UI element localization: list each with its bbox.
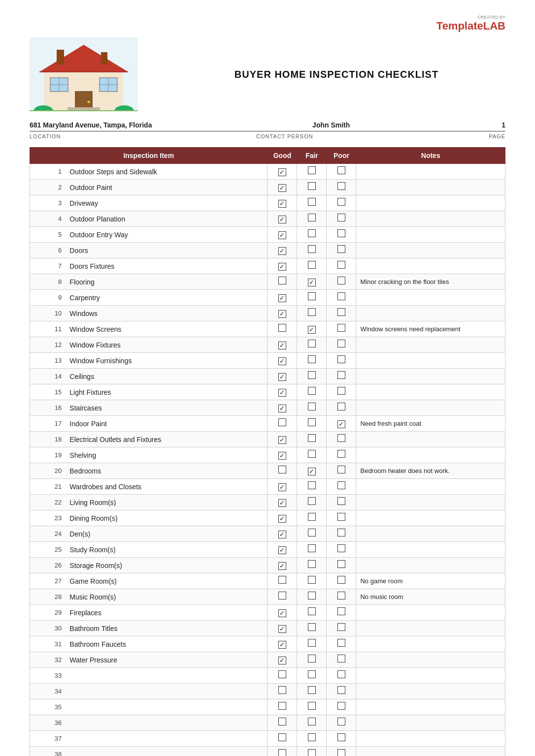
checkbox-good[interactable]: [268, 274, 297, 290]
checkbox-poor[interactable]: [327, 384, 356, 400]
checkbox-good[interactable]: [268, 321, 297, 337]
checkbox-good[interactable]: ✓: [268, 258, 297, 274]
checkbox-poor[interactable]: ✓: [327, 416, 356, 432]
checkbox-good[interactable]: ✓: [268, 353, 297, 369]
checkbox-fair[interactable]: [297, 747, 327, 756]
checkbox-fair[interactable]: [297, 400, 327, 416]
checkbox-poor[interactable]: [327, 290, 356, 306]
checkbox-poor[interactable]: [327, 731, 356, 747]
checkbox-poor[interactable]: [327, 684, 356, 699]
checkbox-fair[interactable]: [297, 195, 327, 211]
checkbox-poor[interactable]: [327, 227, 356, 243]
checkbox-good[interactable]: [268, 416, 297, 432]
checkbox-fair[interactable]: [297, 479, 327, 495]
checkbox-poor[interactable]: [327, 211, 356, 227]
checkbox-fair[interactable]: [297, 337, 327, 353]
checkbox-poor[interactable]: [327, 180, 356, 195]
checkbox-good[interactable]: [268, 715, 297, 731]
checkbox-fair[interactable]: [297, 384, 327, 400]
checkbox-poor[interactable]: [327, 321, 356, 337]
checkbox-poor[interactable]: [327, 274, 356, 290]
checkbox-fair[interactable]: [297, 290, 327, 306]
checkbox-poor[interactable]: [327, 258, 356, 274]
checkbox-poor[interactable]: [327, 747, 356, 756]
checkbox-fair[interactable]: [297, 715, 327, 731]
checkbox-poor[interactable]: [327, 542, 356, 558]
checkbox-poor[interactable]: [327, 195, 356, 211]
checkbox-good[interactable]: [268, 668, 297, 684]
checkbox-good[interactable]: ✓: [268, 195, 297, 211]
checkbox-fair[interactable]: [297, 369, 327, 384]
checkbox-fair[interactable]: [297, 211, 327, 227]
checkbox-fair[interactable]: [297, 526, 327, 542]
checkbox-fair[interactable]: [297, 258, 327, 274]
checkbox-fair[interactable]: [297, 542, 327, 558]
checkbox-poor[interactable]: [327, 652, 356, 668]
checkbox-fair[interactable]: [297, 652, 327, 668]
checkbox-fair[interactable]: [297, 227, 327, 243]
checkbox-good[interactable]: [268, 463, 297, 479]
checkbox-poor[interactable]: [327, 369, 356, 384]
checkbox-fair[interactable]: [297, 416, 327, 432]
checkbox-poor[interactable]: [327, 164, 356, 180]
checkbox-poor[interactable]: [327, 558, 356, 573]
checkbox-good[interactable]: ✓: [268, 636, 297, 652]
checkbox-poor[interactable]: [327, 447, 356, 463]
checkbox-good[interactable]: [268, 684, 297, 699]
checkbox-poor[interactable]: [327, 337, 356, 353]
checkbox-good[interactable]: ✓: [268, 479, 297, 495]
checkbox-poor[interactable]: [327, 573, 356, 589]
checkbox-fair[interactable]: [297, 243, 327, 258]
checkbox-poor[interactable]: [327, 400, 356, 416]
checkbox-good[interactable]: ✓: [268, 306, 297, 321]
checkbox-fair[interactable]: ✓: [297, 321, 327, 337]
checkbox-fair[interactable]: [297, 699, 327, 715]
checkbox-good[interactable]: ✓: [268, 621, 297, 636]
checkbox-fair[interactable]: [297, 636, 327, 652]
checkbox-fair[interactable]: [297, 573, 327, 589]
checkbox-poor[interactable]: [327, 479, 356, 495]
checkbox-good[interactable]: ✓: [268, 180, 297, 195]
checkbox-good[interactable]: [268, 731, 297, 747]
checkbox-poor[interactable]: [327, 526, 356, 542]
checkbox-good[interactable]: ✓: [268, 558, 297, 573]
checkbox-poor[interactable]: [327, 621, 356, 636]
checkbox-good[interactable]: ✓: [268, 432, 297, 447]
checkbox-poor[interactable]: [327, 432, 356, 447]
checkbox-good[interactable]: ✓: [268, 243, 297, 258]
checkbox-fair[interactable]: [297, 621, 327, 636]
checkbox-fair[interactable]: [297, 180, 327, 195]
checkbox-fair[interactable]: [297, 558, 327, 573]
checkbox-fair[interactable]: [297, 510, 327, 526]
checkbox-good[interactable]: ✓: [268, 542, 297, 558]
checkbox-poor[interactable]: [327, 589, 356, 605]
checkbox-poor[interactable]: [327, 306, 356, 321]
checkbox-good[interactable]: ✓: [268, 337, 297, 353]
checkbox-good[interactable]: ✓: [268, 526, 297, 542]
checkbox-fair[interactable]: [297, 589, 327, 605]
checkbox-poor[interactable]: [327, 605, 356, 621]
checkbox-fair[interactable]: [297, 306, 327, 321]
checkbox-good[interactable]: ✓: [268, 384, 297, 400]
checkbox-good[interactable]: ✓: [268, 211, 297, 227]
checkbox-poor[interactable]: [327, 353, 356, 369]
checkbox-fair[interactable]: ✓: [297, 463, 327, 479]
checkbox-good[interactable]: [268, 699, 297, 715]
checkbox-fair[interactable]: [297, 164, 327, 180]
checkbox-good[interactable]: ✓: [268, 400, 297, 416]
checkbox-good[interactable]: [268, 573, 297, 589]
checkbox-poor[interactable]: [327, 510, 356, 526]
checkbox-fair[interactable]: [297, 447, 327, 463]
checkbox-poor[interactable]: [327, 636, 356, 652]
checkbox-fair[interactable]: [297, 495, 327, 510]
checkbox-good[interactable]: [268, 589, 297, 605]
checkbox-good[interactable]: ✓: [268, 605, 297, 621]
checkbox-fair[interactable]: [297, 684, 327, 699]
checkbox-fair[interactable]: [297, 605, 327, 621]
checkbox-poor[interactable]: [327, 715, 356, 731]
checkbox-poor[interactable]: [327, 243, 356, 258]
checkbox-poor[interactable]: [327, 495, 356, 510]
checkbox-good[interactable]: ✓: [268, 369, 297, 384]
checkbox-fair[interactable]: [297, 731, 327, 747]
checkbox-good[interactable]: [268, 747, 297, 756]
